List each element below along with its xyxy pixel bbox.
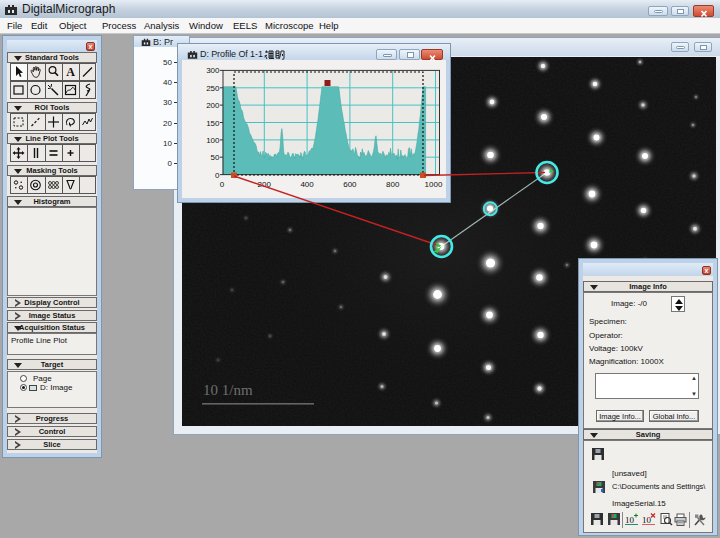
svg-text:100: 100 xyxy=(206,136,220,145)
svg-text:10: 10 xyxy=(625,515,635,525)
svg-text:600: 600 xyxy=(343,180,357,189)
svg-text:A: A xyxy=(66,65,75,79)
svg-text:0: 0 xyxy=(215,171,220,180)
svg-text:10 1/nm: 10 1/nm xyxy=(203,382,253,398)
svg-text:0: 0 xyxy=(220,180,225,189)
svg-text:50: 50 xyxy=(211,153,220,162)
svg-text:10: 10 xyxy=(642,515,652,525)
svg-text:300: 300 xyxy=(206,66,220,75)
svg-text:200: 200 xyxy=(206,101,220,110)
svg-text:400: 400 xyxy=(300,180,314,189)
svg-text:800: 800 xyxy=(386,180,400,189)
svg-text:1000: 1000 xyxy=(425,180,443,189)
svg-text:150: 150 xyxy=(206,119,220,128)
svg-text:250: 250 xyxy=(206,84,220,93)
svg-text:200: 200 xyxy=(258,180,272,189)
